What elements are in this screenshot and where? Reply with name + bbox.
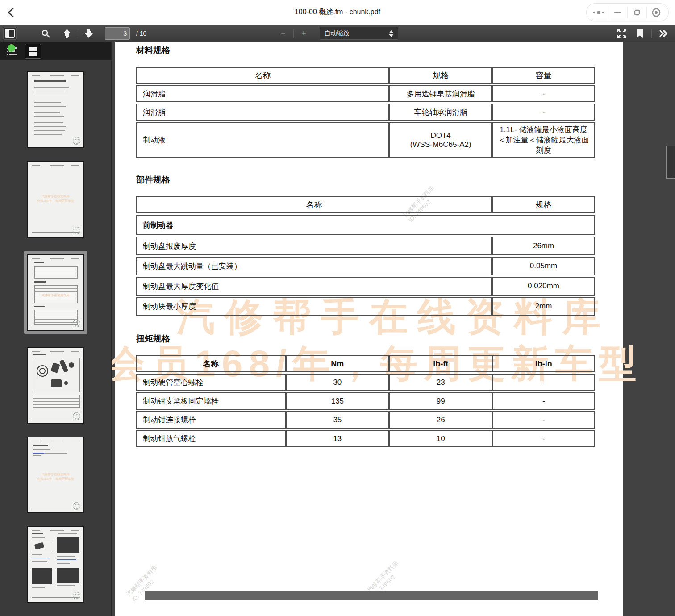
header-row: 名称规格容量	[136, 67, 595, 84]
more-options-icon	[592, 10, 605, 15]
zoom-level-value: 自动缩放	[325, 29, 350, 37]
selected-thumbnail-frame[interactable]: 汽修帮手在线资料库	[24, 251, 87, 334]
table-cell: 2mm	[492, 297, 595, 316]
header-row: 名称规格	[136, 196, 595, 213]
thumbnail-page-4[interactable]	[27, 347, 84, 424]
select-spinner-icon	[389, 30, 394, 37]
table-cell: 26	[389, 411, 492, 429]
table-row: 制动硬管空心螺栓3023-	[136, 374, 595, 391]
window-controls	[586, 3, 669, 21]
divider	[651, 29, 652, 38]
thumbnails-view-button[interactable]	[25, 44, 41, 59]
table-cell: 制动盘报废厚度	[136, 237, 492, 255]
group-cell: 前制动器	[136, 215, 595, 235]
column-header: 规格	[492, 196, 595, 213]
table-cell: 制动盘最大跳动量（已安装）	[136, 257, 492, 275]
minimize-button[interactable]	[608, 6, 627, 19]
thumbnail-page-6[interactable]	[27, 526, 84, 603]
find-button[interactable]	[38, 27, 53, 40]
double-chevron-right-icon	[658, 29, 668, 37]
document-title: 100-00 概述.fm - chunk.pdf	[0, 8, 675, 17]
thumbnail-page-3[interactable]: 汽修帮手在线资料库	[27, 254, 84, 331]
sidebar-header	[0, 42, 111, 60]
section-heading-material: 材料规格	[136, 45, 595, 56]
table-cell: 30	[286, 374, 389, 391]
torque-spec-table: 名称Nmlb-ftlb-in制动硬管空心螺栓3023-制动钳支承板固定螺栓135…	[136, 354, 595, 449]
divider	[78, 29, 78, 38]
bookmark-button[interactable]	[633, 27, 647, 40]
thumbnail-watermark: 会员168/年，每周更新车型	[28, 477, 83, 481]
record-icon	[651, 8, 661, 17]
restore-icon	[633, 8, 642, 17]
header-row: 名称Nmlb-ftlb-in	[136, 355, 595, 372]
column-header: 名称	[136, 67, 389, 84]
table-cell: 35	[286, 411, 389, 429]
previous-page-button[interactable]	[60, 27, 74, 40]
page-number-input[interactable]	[105, 27, 130, 40]
column-header: 规格	[389, 67, 492, 84]
column-header: 名称	[136, 355, 286, 372]
table-cell: 135	[286, 392, 389, 410]
zoom-in-button[interactable]: +	[298, 29, 310, 38]
thumbnails-grid-icon	[28, 46, 38, 57]
table-row: 制动盘最大厚度变化值0.020mm	[136, 277, 595, 296]
material-spec-table: 名称规格容量润滑脂多用途锂皂基润滑脂-润滑脂车轮轴承润滑脂-制动液DOT4 (W…	[136, 66, 595, 159]
more-options-button[interactable]	[589, 6, 608, 19]
thumbnail-watermark: 会员168/年，每周更新车型	[28, 199, 83, 203]
table-cell: 车轮轴承润滑脂	[389, 104, 492, 121]
zoom-out-button[interactable]: −	[277, 29, 289, 38]
table-cell: 润滑脂	[136, 85, 389, 102]
table-cell: DOT4 (WSS-M6C65-A2)	[389, 122, 492, 158]
table-cell: 99	[389, 392, 492, 410]
record-button[interactable]	[647, 6, 666, 19]
pdf-page-3: 汽修帮手在线资料库 会员168/年，每周更新车型 汽修帮手资料库 ID: 749…	[115, 42, 623, 616]
table-row: 制动液DOT4 (WSS-M6C65-A2)1.1L- 储液罐最小液面高度＜加注…	[136, 122, 595, 158]
column-header: 名称	[136, 196, 492, 213]
table-cell: -	[492, 392, 595, 410]
search-icon	[41, 29, 50, 38]
presentation-mode-icon	[617, 29, 627, 38]
table-row: 制动盘最大跳动量（已安装）0.05mm	[136, 257, 595, 275]
presentation-mode-button[interactable]	[615, 27, 629, 40]
page-viewer[interactable]: 汽修帮手在线资料库 会员168/年，每周更新车型 汽修帮手资料库 ID: 749…	[112, 42, 675, 616]
column-header: Nm	[286, 355, 389, 372]
group-row: 前制动器	[136, 215, 595, 235]
table-row: 制动钳放气螺栓1310-	[136, 430, 595, 447]
viewer-scrollbar-thumb[interactable]	[666, 146, 675, 179]
column-header: lb-ft	[389, 355, 492, 372]
table-cell: 1.1L- 储液罐最小液面高度＜加注量＜储液罐最大液面刻度	[492, 122, 595, 158]
table-cell: -	[492, 411, 595, 429]
outline-view-button[interactable]	[4, 44, 20, 59]
next-page-button[interactable]	[82, 27, 96, 40]
table-cell: 制动钳支承板固定螺栓	[136, 392, 286, 410]
section-heading-component: 部件规格	[136, 174, 595, 186]
thumbnail-watermark: 汽修帮手在线资料库	[28, 194, 83, 198]
page-down-icon	[84, 29, 93, 38]
thumbnail-page-2[interactable]: 汽修帮手在线资料库会员168/年，每周更新车型	[27, 161, 84, 238]
sidebar-toggle-icon	[5, 29, 15, 38]
table-row: 润滑脂多用途锂皂基润滑脂-	[136, 85, 595, 102]
table-row: 制动钳支承板固定螺栓13599-	[136, 392, 595, 410]
table-cell: -	[492, 430, 595, 447]
table-cell: 10	[389, 430, 492, 447]
table-row: 制动块最小厚度2mm	[136, 297, 595, 316]
table-cell: 0.05mm	[492, 257, 595, 275]
table-cell: 润滑脂	[136, 104, 389, 121]
divider	[293, 29, 294, 38]
toolbar-overflow-button[interactable]	[656, 27, 671, 40]
table-cell: -	[492, 85, 595, 102]
table-cell: 13	[286, 430, 389, 447]
toggle-sidebar-button[interactable]	[3, 27, 17, 40]
zoom-level-select[interactable]: 自动缩放	[320, 27, 398, 40]
window-titlebar: 100-00 概述.fm - chunk.pdf	[0, 0, 675, 25]
thumbnail-page-1[interactable]	[27, 71, 84, 148]
pdf-viewer-app: 100-00 概述.fm - chunk.pdf	[0, 0, 675, 616]
pdf-toolbar: / 10 − + 自动缩放	[0, 25, 675, 42]
restore-window-button[interactable]	[628, 6, 646, 19]
green-status-badge	[8, 44, 15, 52]
thumbnail-page-5[interactable]: 汽修帮手在线资料库会员168/年，每周更新车型	[27, 437, 84, 513]
table-row: 制动盘报废厚度26mm	[136, 237, 595, 255]
page-count-label: / 10	[136, 30, 146, 37]
column-header: lb-in	[492, 355, 595, 372]
table-cell: -	[492, 374, 595, 391]
